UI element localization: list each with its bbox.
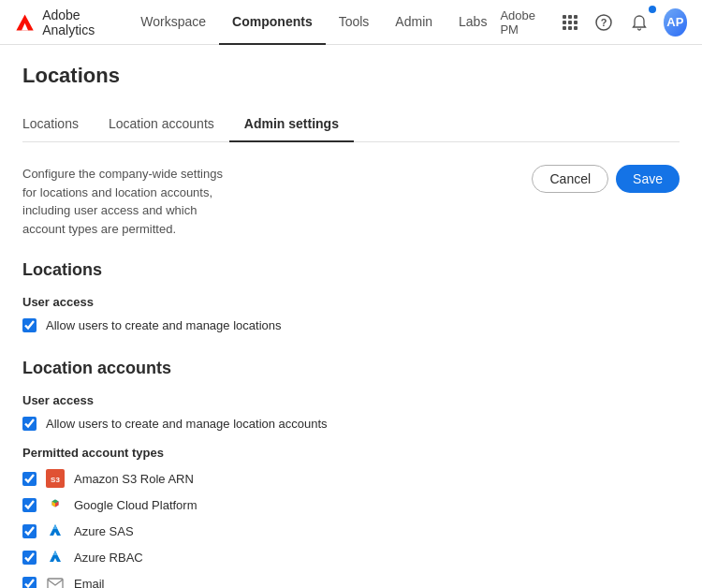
nav-right-section: Adobe PM ? AP (500, 8, 687, 37)
help-button[interactable]: ? (592, 9, 615, 36)
locations-user-access-label: User access (22, 295, 680, 309)
top-navigation: Adobe Analytics Workspace Components Too… (0, 0, 702, 45)
list-item: Azure SAS (22, 522, 680, 540)
grid-icon-button[interactable] (560, 9, 582, 36)
locations-section-title: Locations (22, 260, 680, 280)
tab-locations[interactable]: Locations (22, 107, 94, 142)
app-logo[interactable]: Adobe Analytics (15, 7, 112, 37)
nav-labs[interactable]: Labs (446, 0, 500, 45)
locations-user-access-checkbox[interactable] (22, 318, 37, 332)
bell-button[interactable] (626, 9, 652, 36)
tabs-bar: Locations Location accounts Admin settin… (22, 107, 680, 142)
user-avatar[interactable]: AP (664, 8, 687, 37)
page-content: Locations Locations Location accounts Ad… (0, 45, 702, 588)
settings-description: Configure the company-wide settings for … (22, 165, 238, 238)
location-accounts-section-title: Location accounts (22, 359, 680, 378)
notification-badge (649, 6, 656, 13)
top-row: Configure the company-wide settings for … (22, 165, 680, 238)
nav-components[interactable]: Components (219, 0, 326, 45)
location-accounts-user-access-checkbox[interactable] (22, 417, 37, 431)
azure-sas-icon (46, 522, 65, 540)
nav-admin[interactable]: Admin (382, 0, 446, 45)
azure-rbac-icon (46, 548, 65, 566)
list-item: Azure RBAC (22, 548, 680, 566)
s3-role-arn-label: Amazon S3 Role ARN (74, 472, 194, 486)
svg-text:?: ? (601, 17, 607, 28)
user-name-label: Adobe PM (500, 8, 548, 37)
cancel-button[interactable]: Cancel (532, 165, 608, 193)
gcp-checkbox[interactable] (22, 498, 37, 512)
email-icon (46, 574, 65, 588)
adobe-logo-icon (15, 9, 35, 36)
gcp-icon (46, 495, 65, 514)
location-accounts-section: Location accounts User access Allow user… (22, 359, 680, 588)
app-name-label: Adobe Analytics (42, 7, 112, 37)
page-title: Locations (22, 64, 680, 88)
azure-rbac-label: Azure RBAC (74, 551, 143, 565)
nav-links: Workspace Components Tools Admin Labs (127, 0, 500, 45)
email-checkbox[interactable] (22, 577, 37, 589)
tab-admin-settings[interactable]: Admin settings (229, 107, 354, 142)
email-label: Email (74, 577, 105, 589)
location-accounts-user-access-label: User access (22, 393, 680, 407)
save-button[interactable]: Save (616, 165, 680, 193)
grid-icon (563, 15, 578, 30)
svg-text:S3: S3 (51, 476, 60, 484)
nav-tools[interactable]: Tools (326, 0, 383, 45)
location-accounts-user-access-row: Allow users to create and manage locatio… (22, 417, 680, 431)
help-icon: ? (595, 14, 612, 31)
locations-user-access-checkbox-label: Allow users to create and manage locatio… (46, 318, 281, 332)
permitted-types-label: Permitted account types (22, 446, 680, 460)
svg-rect-6 (48, 579, 63, 588)
azure-rbac-checkbox[interactable] (22, 551, 37, 565)
tab-location-accounts[interactable]: Location accounts (94, 107, 229, 142)
gcp-label: Google Cloud Platform (74, 498, 197, 512)
locations-section: Locations User access Allow users to cre… (22, 260, 680, 332)
settings-actions: Cancel Save (532, 165, 680, 193)
s3-role-arn-icon: S3 (46, 469, 65, 488)
azure-sas-label: Azure SAS (74, 524, 134, 538)
list-item: S3 Amazon S3 Role ARN (22, 469, 680, 488)
s3-role-arn-checkbox[interactable] (22, 472, 37, 486)
bell-icon (631, 14, 648, 31)
azure-sas-checkbox[interactable] (22, 524, 37, 538)
list-item: Email (22, 574, 680, 588)
notifications-button[interactable] (626, 9, 652, 36)
settings-form: Locations User access Allow users to cre… (22, 260, 680, 588)
nav-workspace[interactable]: Workspace (127, 0, 219, 45)
locations-user-access-row: Allow users to create and manage locatio… (22, 318, 680, 332)
location-accounts-user-access-checkbox-label: Allow users to create and manage locatio… (46, 417, 328, 431)
permitted-types-section: Permitted account types S3 Amazon S3 Rol… (22, 446, 680, 588)
list-item: Google Cloud Platform (22, 495, 680, 514)
